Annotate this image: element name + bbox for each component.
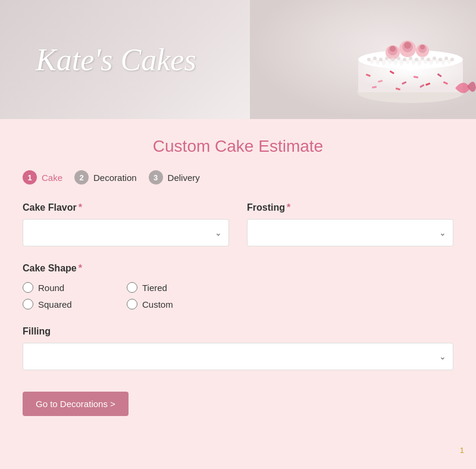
cake-flavor-select[interactable]: Vanilla Chocolate Red Velvet Lemon [23, 219, 229, 246]
svg-point-24 [367, 58, 371, 61]
shape-round-label: Round [38, 283, 64, 293]
svg-point-32 [415, 58, 418, 61]
shape-round-option[interactable]: Round [23, 282, 109, 293]
svg-point-36 [439, 58, 442, 61]
svg-point-35 [433, 57, 436, 60]
page-number: 1 [0, 440, 476, 461]
cake-flavor-wrapper: Vanilla Chocolate Red Velvet Lemon ⌄ [23, 219, 229, 246]
cake-shape-label: Cake Shape* [23, 263, 453, 274]
step-3-label: Delivery [168, 173, 200, 183]
shape-round-radio[interactable] [23, 282, 33, 293]
shape-squared-radio[interactable] [23, 299, 33, 309]
step-1-label: Cake [42, 173, 62, 183]
step-2-circle: 2 [74, 170, 89, 185]
filling-select[interactable]: None Vanilla Custard Chocolate Mousse St… [23, 343, 453, 370]
cake-flavor-group: Cake Flavor* Vanilla Chocolate Red Velve… [23, 202, 229, 246]
cake-shape-section: Cake Shape* Round Tiered Squared Custom [23, 263, 453, 309]
shape-tiered-option[interactable]: Tiered [127, 282, 213, 293]
frosting-wrapper: Buttercream Cream Cheese Fondant Whipped… [247, 219, 453, 246]
shape-tiered-radio[interactable] [127, 282, 137, 293]
frosting-label: Frosting* [247, 202, 453, 213]
svg-point-17 [390, 46, 396, 52]
flavor-frosting-row: Cake Flavor* Vanilla Chocolate Red Velve… [23, 202, 453, 246]
step-1-circle: 1 [23, 170, 37, 185]
filling-section: Filling None Vanilla Custard Chocolate M… [23, 326, 453, 370]
cake-shape-required: * [79, 263, 82, 273]
svg-point-26 [379, 58, 383, 61]
banner-cake-image [250, 0, 476, 119]
frosting-required: * [287, 202, 290, 212]
page-title: Custom Cake Estimate [23, 137, 453, 156]
banner: Kate's Cakes [0, 0, 476, 119]
shape-custom-option[interactable]: Custom [127, 299, 213, 309]
shape-squared-label: Squared [38, 299, 72, 309]
svg-point-27 [385, 57, 389, 60]
frosting-select[interactable]: Buttercream Cream Cheese Fondant Whipped [247, 219, 453, 246]
shape-custom-label: Custom [142, 299, 173, 309]
svg-point-37 [444, 57, 448, 60]
svg-point-23 [420, 45, 425, 49]
shape-custom-radio[interactable] [127, 299, 137, 309]
svg-point-28 [391, 58, 394, 61]
svg-point-25 [373, 57, 377, 60]
stepper: 1 Cake 2 Decoration 3 Delivery [23, 170, 453, 185]
shape-squared-option[interactable]: Squared [23, 299, 109, 309]
next-button[interactable]: Go to Decorations > [23, 392, 129, 416]
shape-tiered-label: Tiered [142, 283, 167, 293]
step-2-label: Decoration [93, 173, 137, 183]
step-3-circle: 3 [149, 170, 163, 185]
svg-point-31 [409, 57, 412, 60]
main-content: Custom Cake Estimate 1 Cake 2 Decoration… [0, 119, 476, 440]
filling-wrapper: None Vanilla Custard Chocolate Mousse St… [23, 343, 453, 370]
svg-point-34 [427, 58, 430, 61]
banner-title: Kate's Cakes [0, 42, 196, 77]
svg-point-20 [404, 42, 411, 49]
cake-flavor-required: * [79, 202, 82, 212]
frosting-group: Frosting* Buttercream Cream Cheese Fonda… [247, 202, 453, 246]
svg-point-29 [397, 57, 400, 60]
filling-label: Filling [23, 326, 453, 337]
cake-flavor-label: Cake Flavor* [23, 202, 229, 213]
step-1[interactable]: 1 Cake [23, 170, 62, 185]
svg-point-33 [421, 57, 424, 60]
step-2[interactable]: 2 Decoration [74, 170, 137, 185]
step-3[interactable]: 3 Delivery [149, 170, 200, 185]
shape-options: Round Tiered Squared Custom [23, 282, 213, 309]
svg-point-38 [450, 58, 454, 61]
svg-point-30 [403, 58, 406, 61]
